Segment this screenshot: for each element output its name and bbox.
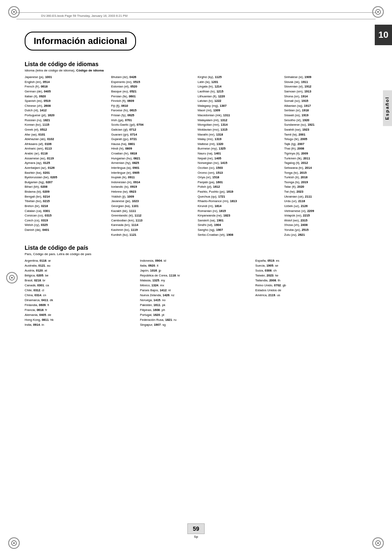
page-number-box: 59: [187, 523, 205, 534]
left-middle-decoration: [6, 272, 18, 283]
language-entry: Kazakh (kk), 1111: [111, 209, 195, 214]
language-entry: Yoruba (yo), 2515: [284, 228, 368, 233]
language-entry: Bashkir (ba), 0201: [25, 170, 108, 175]
language-entry: Vietnamese (vi), 2209: [284, 209, 368, 214]
language-entry: Slovak (sk), 1911: [284, 80, 368, 85]
language-entry: Russian (ru), 1821: [25, 118, 108, 123]
language-entry: Afar (aa), 0101: [25, 132, 108, 137]
language-entry: Slovenian (sl), 1912: [284, 84, 368, 89]
language-entry: Kurdish (ku), 1121: [111, 233, 195, 237]
country-entry: Pakistán, 1611. pk: [140, 303, 252, 308]
country-entry: Filipinas, 1608. ph: [140, 308, 252, 313]
language-entry: Marathi (mr), 1318: [198, 132, 281, 137]
language-entry: Georgian (ka), 1101: [111, 204, 195, 209]
language-entry: Oromo (om), 1513: [198, 170, 281, 175]
language-entry: Laothian (lo), 1215: [198, 89, 281, 94]
country-entry: Reino Unido, 0702. gb: [255, 283, 367, 288]
language-entry: Amharic (am), 0113: [25, 146, 108, 151]
language-entry: English (en), 0514: [25, 80, 108, 85]
country-entry: Hong Kong, 0811. hk: [25, 318, 137, 322]
country-entry: México, 1324. mx: [140, 283, 252, 288]
language-entry: Mongolian (mn), 1314: [198, 122, 281, 127]
language-entry: Siswati (ss), 1919: [284, 113, 368, 118]
language-entry: Lithuanian (lt), 1220: [198, 94, 281, 99]
subtitle-code: Código de idioma: [76, 69, 104, 72]
language-entry: Basque (eu), 0521: [111, 89, 195, 94]
language-entry: Scots-Gaelic (gd), 0704: [111, 122, 195, 127]
country-entry: América, 2119. us: [255, 293, 367, 298]
svg-point-5: [11, 277, 13, 279]
top-left-circle: [8, 6, 20, 18]
language-entry: Urdu (ur), 2118: [284, 199, 368, 204]
country-entry: Dinamarca, 0411. dk: [25, 298, 137, 303]
country-entry: Singapur, 1907. sg: [140, 322, 252, 327]
language-entry: Javanese (jw), 1023: [111, 199, 195, 204]
language-entry: Lingala (ln), 1214: [198, 84, 281, 89]
language-entry: Bengali (bn), 0214: [25, 194, 108, 199]
country-entry: Tailandia, 2008. th: [255, 278, 367, 283]
language-entry: Dutch (nl), 1412: [25, 108, 108, 113]
language-entry: Twi (tw), 2023: [284, 189, 368, 194]
language-entry: Sesotho (st), 1920: [284, 118, 368, 123]
country-entry: España, 0519. es: [255, 258, 367, 263]
country-entry: Nueva Zelanda, 1426. nz: [140, 293, 252, 298]
language-section-title: Lista de código de idiomas: [25, 61, 367, 67]
language-entry: Hindi (hi), 0809: [111, 146, 195, 151]
language-entry: Hebrew (iw), 0923: [111, 189, 195, 194]
language-entry: Bihari (bh), 0208: [25, 184, 108, 189]
language-entry: Malagasy (mg), 1307: [198, 104, 281, 108]
language-entry: Inupiak (ik), 0911: [111, 175, 195, 180]
language-entry: Nepali (ne), 1405: [198, 156, 281, 161]
country-entry: Austria, 0120. at: [25, 268, 137, 273]
language-entry: Serbo-Croatian (sh), 1908: [198, 233, 281, 237]
page-title-section: Información adicional: [25, 32, 367, 53]
language-entry: Nauru (na), 1401: [198, 151, 281, 156]
language-entry: Faroese (fo), 0615: [111, 108, 195, 113]
language-entry: Zulu (zu), 2621: [284, 233, 368, 237]
language-entry: Tamil (ta), 2001: [284, 132, 368, 137]
language-entry: Burmese (my), 1325: [198, 146, 281, 151]
country-entry: Países Bajos, 1412. nl: [140, 288, 252, 293]
country-entry: Suecia, 1905. se: [255, 263, 367, 268]
language-entry: Estonian (et), 0520: [111, 84, 195, 89]
language-entry: Tonga (to), 2015: [284, 170, 368, 175]
language-entry: Wolof (wo), 2315: [284, 218, 368, 223]
country-entry: Francia, 0618. fr: [25, 308, 137, 313]
language-col-4: Sinhalese (si), 1909Slovak (sk), 1911Slo…: [284, 75, 368, 237]
language-entry: Interlingue (ie), 0905: [111, 170, 195, 175]
language-entry: Danish (da), 0401: [25, 228, 108, 233]
language-entry: Albanian (sq), 1917: [284, 104, 368, 108]
language-entry: Breton (br), 0218: [25, 204, 108, 209]
language-entry: Croatian (hr), 0818: [111, 151, 195, 156]
language-entry: Pashto, Pushto (ps), 1619: [198, 189, 281, 194]
language-entry: Gujarati (gu), 0721: [111, 137, 195, 142]
country-entry: Argentina, 0118. ar: [25, 258, 137, 263]
language-entry: Swahili (sw), 1923: [284, 127, 368, 132]
country-entry: República de Corea, 1118. kr: [140, 273, 252, 278]
svg-point-9: [377, 542, 379, 544]
language-entry: Fiji (fj), 0610: [111, 104, 195, 108]
svg-point-1: [13, 11, 15, 13]
language-entry: Turkish (tr), 2018: [284, 175, 368, 180]
language-entry: Serbian (sr), 1918: [284, 108, 368, 113]
language-entry: Hausa (ha), 0801: [111, 142, 195, 147]
country-col-2: Indonesia, 0904. idItalia, 0920. itJapón…: [140, 258, 252, 327]
language-entry: Uzbek (uz), 2126: [284, 204, 368, 209]
language-label: Español: [385, 97, 390, 120]
language-entry: Maori (mi), 1309: [198, 108, 281, 113]
country-section-subtitle: País, Código de país. Letra de código de…: [25, 252, 367, 256]
language-entry: Sanskrit (sa), 1901: [198, 218, 281, 223]
language-entry: Esperanto (eo), 0515: [111, 80, 195, 85]
language-entry: Kirghiz (ky), 1125: [198, 75, 281, 80]
language-entry: Czech (cs), 0319: [25, 218, 108, 223]
language-entry: Hungarian (hu), 0821: [111, 156, 195, 161]
language-side-tab: Español: [383, 90, 392, 126]
language-entry: Welsh (cy), 0325: [25, 223, 108, 228]
language-entry: Setswana (tn), 2014: [284, 166, 368, 170]
language-entry: Moldavian (mo), 1315: [198, 127, 281, 132]
language-entry: Romanian (ro), 1815: [198, 209, 281, 214]
country-entry: Indonesia, 0904. id: [140, 258, 252, 263]
language-entry: Kirundi (rn), 1814: [198, 204, 281, 209]
bottom-left-circle: [8, 537, 20, 549]
language-entry: Volapük (vo), 2215: [284, 213, 368, 218]
